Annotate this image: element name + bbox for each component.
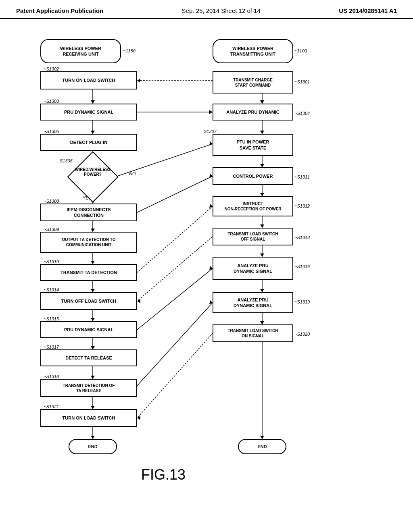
s1307-box: PTU IN POWERSAVE STATE bbox=[213, 134, 293, 156]
s1318-box: TRANSMIT DETECTION OFTA RELEASE bbox=[40, 379, 137, 397]
svg-marker-46 bbox=[209, 110, 213, 114]
svg-marker-1 bbox=[91, 100, 95, 104]
page-header: Patent Application Publication Sep. 25, … bbox=[0, 0, 413, 19]
left-title-tag: ~1150 bbox=[123, 48, 136, 53]
header-patent-number: US 2014/0285141 A1 bbox=[339, 7, 397, 14]
s1308-tag: ~S1308 bbox=[44, 199, 59, 204]
right-title-box: WIRELESS POWERTRANSMITTING UNIT bbox=[213, 39, 293, 63]
s1314-tag: ~S1314 bbox=[44, 287, 59, 292]
svg-marker-44 bbox=[137, 79, 140, 83]
svg-marker-53 bbox=[209, 204, 213, 208]
s1320-box: TRANSMIT LOAD SWITCHON SIGNAL bbox=[213, 324, 293, 342]
s1305-tag: ~S1305 bbox=[44, 129, 59, 134]
diagram-area: YES bbox=[0, 19, 413, 515]
svg-marker-18 bbox=[91, 346, 95, 349]
s1301-tag: ~S1301 bbox=[294, 79, 310, 84]
s1306-tag: S1306 bbox=[60, 158, 73, 163]
svg-line-50 bbox=[137, 176, 213, 212]
s1316-tag: ~S1316 bbox=[294, 264, 310, 269]
s1319-box: ANALYZE PRUDYNAMIC SIGNAL bbox=[213, 292, 293, 313]
s1313-box: TRANSMIT LOAD SWITCHOFF SIGNAL bbox=[213, 228, 293, 245]
s1312-tag: ~S1312 bbox=[294, 204, 310, 208]
s1307-tag: S1307 bbox=[204, 129, 217, 134]
s1306-diamond: WIRED/WIRELESSPOWER? bbox=[69, 160, 117, 194]
s1317-tag: ~S1317 bbox=[44, 345, 59, 349]
svg-line-60 bbox=[137, 333, 213, 418]
svg-marker-30 bbox=[260, 164, 264, 167]
svg-marker-16 bbox=[91, 318, 95, 321]
svg-marker-3 bbox=[91, 131, 95, 134]
s1310-tag: ~S1310 bbox=[44, 259, 59, 264]
s1313-tag: ~S1313 bbox=[294, 235, 310, 240]
s1311-box: CONTROL POWER bbox=[213, 167, 293, 185]
left-title-box: WIRELESS POWERRECEIVING UNIT bbox=[40, 39, 121, 63]
svg-marker-34 bbox=[260, 224, 264, 228]
s1304-box: ANALYZE PRU DYNAMIC bbox=[213, 104, 293, 121]
end-left-box: END bbox=[69, 439, 117, 454]
s1302-box: TURN ON LOAD SWITCH bbox=[40, 71, 137, 89]
s1305-box: DETECT PLUG-IN bbox=[40, 134, 137, 151]
svg-marker-42 bbox=[260, 436, 264, 439]
s1302-tag: ~S1302 bbox=[44, 66, 59, 71]
s1320-tag: ~S1320 bbox=[294, 332, 310, 337]
svg-text:NO: NO bbox=[129, 171, 136, 176]
s1304-tag: ~S1304 bbox=[294, 111, 310, 116]
s1308-box: IFPM DISCONNECTSCONNECTION bbox=[40, 204, 137, 221]
s1315-box: PRU DYNAMIC SIGNAL bbox=[40, 321, 137, 338]
s1315-tag: ~S1315 bbox=[44, 316, 59, 321]
fig-label: FIG.13 bbox=[141, 466, 186, 483]
s1309-tag: ~S1309 bbox=[44, 227, 59, 232]
svg-marker-51 bbox=[209, 174, 213, 178]
s1317-box: DETECT TA RELEASE bbox=[40, 349, 137, 366]
svg-marker-57 bbox=[209, 266, 213, 270]
svg-marker-32 bbox=[260, 193, 264, 196]
header-date-sheet: Sep. 25, 2014 Sheet 12 of 14 bbox=[182, 7, 261, 14]
svg-line-54 bbox=[137, 237, 213, 301]
svg-marker-24 bbox=[91, 436, 95, 439]
right-title-tag: ~1100 bbox=[294, 48, 307, 53]
svg-marker-61 bbox=[137, 416, 140, 420]
svg-line-52 bbox=[137, 206, 213, 272]
svg-marker-48 bbox=[209, 141, 213, 145]
s1309-box: OUTPUT TA DETECTION TOCOMMUNICATION UNIT bbox=[40, 232, 137, 253]
header-publication: Patent Application Publication bbox=[16, 7, 103, 14]
svg-marker-55 bbox=[137, 299, 140, 303]
s1303-tag: ~S1303 bbox=[44, 99, 59, 104]
svg-marker-12 bbox=[91, 261, 95, 264]
svg-marker-38 bbox=[260, 289, 264, 292]
s1303-box: PRU DYNAMIC SIGNAL bbox=[40, 104, 137, 121]
svg-marker-28 bbox=[260, 131, 264, 134]
s1312-box: INSTRUCTNON-RECEPTION OF POWER bbox=[213, 196, 293, 216]
s1311-tag: ~S1311 bbox=[294, 175, 310, 179]
svg-marker-14 bbox=[91, 289, 95, 292]
svg-marker-36 bbox=[260, 254, 264, 257]
svg-marker-22 bbox=[91, 406, 95, 409]
end-right-box: END bbox=[238, 439, 286, 454]
s1316-box: ANALYZE PRUDYNAMIC SIGNAL bbox=[213, 257, 293, 280]
svg-marker-40 bbox=[260, 321, 264, 324]
s1314-box: TURN OFF LOAD SWITCH bbox=[40, 292, 137, 310]
svg-line-58 bbox=[137, 303, 213, 386]
svg-line-56 bbox=[137, 268, 213, 330]
svg-marker-59 bbox=[209, 300, 213, 304]
s1321-box: TURN ON LOAD SWITCH bbox=[40, 409, 137, 427]
s1310-box: TRANSMIT TA DETECTION bbox=[40, 264, 137, 281]
svg-marker-20 bbox=[91, 376, 95, 379]
s1318-tag: ~S1318 bbox=[44, 374, 59, 379]
s1321-tag: ~S1321 bbox=[44, 404, 59, 409]
svg-marker-10 bbox=[91, 229, 95, 232]
s1301-box: TRANSMIT CHARGESTART COMMAND bbox=[213, 71, 293, 94]
s1319-tag: ~S1319 bbox=[294, 299, 310, 304]
svg-marker-26 bbox=[260, 100, 264, 104]
